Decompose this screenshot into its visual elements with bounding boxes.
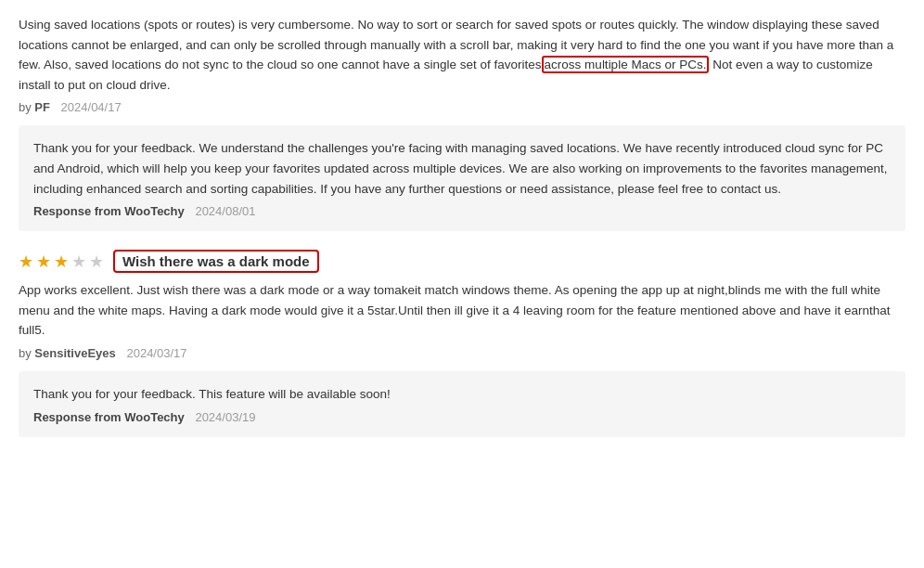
star-1: ★ — [19, 252, 33, 272]
review-1-meta: by PF 2024/04/17 — [19, 100, 905, 114]
review-2-response-attribution: Response from WooTechy 2024/03/19 — [33, 410, 891, 424]
review-1-by-label: by — [19, 100, 32, 114]
review-1: Using saved locations (spots or routes) … — [19, 15, 905, 231]
review-1-date: 2024/04/17 — [61, 100, 122, 114]
review-1-responder: Response from WooTechy — [33, 204, 185, 218]
review-2-title-row: ★ ★ ★ ★ ★ Wish there was a dark mode — [19, 250, 905, 273]
review-1-response: Thank you for your feedback. We understa… — [19, 125, 905, 231]
star-5: ★ — [89, 252, 104, 272]
star-2: ★ — [36, 252, 51, 272]
review-1-response-date: 2024/08/01 — [195, 204, 255, 218]
review-2-response-date: 2024/03/19 — [195, 410, 255, 424]
review-2: ★ ★ ★ ★ ★ Wish there was a dark mode App… — [19, 250, 905, 436]
review-2-meta: by SensitiveEyes 2024/03/17 — [19, 346, 905, 360]
star-3: ★ — [54, 252, 69, 272]
review-1-author: PF — [34, 100, 50, 114]
review-2-response-text: Thank you for your feedback. This featur… — [33, 384, 891, 405]
review-1-response-text: Thank you for your feedback. We understa… — [33, 138, 891, 199]
star-4: ★ — [71, 252, 86, 272]
review-1-response-attribution: Response from WooTechy 2024/08/01 — [33, 204, 891, 218]
review-1-highlighted-phrase: across multiple Macs or PCs. — [542, 56, 710, 73]
review-2-stars: ★ ★ ★ ★ ★ — [19, 252, 104, 272]
review-1-text: Using saved locations (spots or routes) … — [19, 15, 905, 95]
review-2-by-label: by — [19, 346, 32, 360]
review-2-title: Wish there was a dark mode — [113, 250, 319, 273]
review-2-author: SensitiveEyes — [34, 346, 115, 360]
review-2-body: App works excellent. Just wish there was… — [19, 280, 905, 341]
review-2-responder: Response from WooTechy — [33, 410, 185, 424]
review-2-response: Thank you for your feedback. This featur… — [19, 371, 905, 437]
review-2-date: 2024/03/17 — [126, 346, 186, 360]
